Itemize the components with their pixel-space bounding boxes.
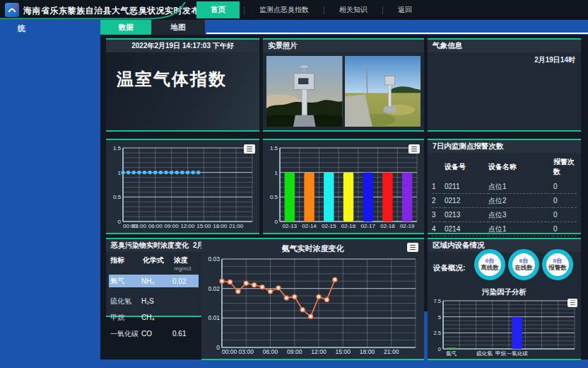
svg-text:21:00: 21:00 xyxy=(229,223,244,229)
daily-odor-panel: 02-1302-1402-1502-1602-1702-1802-1900.51… xyxy=(263,139,424,234)
svg-text:12:00: 12:00 xyxy=(180,223,195,229)
svg-text:氨气: 氨气 xyxy=(446,350,457,357)
svg-text:21:00: 21:00 xyxy=(384,348,399,355)
nh3-chart: 00:0003:0006:0009:0012:0015:0018:0021:00… xyxy=(203,255,423,360)
alarm-count-badge: 0台 报警数 xyxy=(542,249,573,280)
pollutant-row[interactable]: 硫化氢H₂S xyxy=(109,295,199,307)
svg-text:1.5: 1.5 xyxy=(270,145,278,151)
svg-text:15:00: 15:00 xyxy=(336,348,351,355)
site-photo-dusk xyxy=(266,56,343,127)
pollutant-table-body: 氨气NH₃0.02硫化氢H₂S甲烷CH₄一氧化碳CO0.61 xyxy=(106,275,201,340)
online-label: 在线数 xyxy=(514,265,533,271)
alarm-panel: 7日内监测点报警次数 设备号 设备名称 报警次数 10211点位1020212点… xyxy=(428,139,581,234)
factor-chart-title: 污染因子分析 xyxy=(428,287,581,297)
offline-label: 离线数 xyxy=(481,265,499,271)
pollutant-title: 恶臭污染物实时浓度变化 xyxy=(111,241,189,251)
svg-text:00:00: 00:00 xyxy=(222,348,237,355)
devices-panel: 区域内设备情况 设备概况: 0台 离线数 6台 在线数 0台 报警数 污染因子分… xyxy=(428,238,581,360)
svg-text:02-17: 02-17 xyxy=(360,223,375,229)
photos-title: 实景照片 xyxy=(268,41,298,51)
svg-text:09:00: 09:00 xyxy=(165,223,180,229)
pollutant-row[interactable]: 氨气NH₃0.02 xyxy=(109,275,199,287)
pollutant-header-row: 指标 化学式 浓度 mg/m3 xyxy=(110,255,197,272)
svg-text:2.5: 2.5 xyxy=(434,330,441,336)
pollutant-row[interactable]: 甲烷CH₄ xyxy=(109,311,199,323)
svg-text:18:00: 18:00 xyxy=(213,223,228,229)
factor-chart: 氨气硫化氢甲烷一氧化碳02.557.5 xyxy=(430,299,577,360)
svg-text:5: 5 xyxy=(438,314,441,321)
svg-text:03:00: 03:00 xyxy=(132,223,147,229)
sidebar: 统 xyxy=(0,20,100,368)
svg-text:02-19: 02-19 xyxy=(400,223,415,229)
alarm-title: 7日内监测点报警次数 xyxy=(433,142,503,151)
gas-index-panel: 00:0003:0006:0009:0012:0015:0018:0021:00… xyxy=(106,139,259,234)
svg-text:09:00: 09:00 xyxy=(287,348,302,355)
photos-panel: 实景照片 xyxy=(263,38,424,132)
chart-menu-icon[interactable]: ☰ xyxy=(407,243,418,252)
alarm-col-device: 设备号 xyxy=(445,156,488,180)
weather-time: 2月19日14时 xyxy=(534,55,575,65)
pollutant-unit: mg/m3 xyxy=(174,265,191,272)
svg-text:0.02: 0.02 xyxy=(208,285,220,292)
weather-panel: 气象信息 2月19日14时 xyxy=(428,38,581,132)
alarm-col-count: 报警次数 xyxy=(553,156,577,180)
svg-text:1.5: 1.5 xyxy=(113,145,122,151)
nav-knowledge[interactable]: 相关知识 xyxy=(324,5,382,15)
svg-text:0.5: 0.5 xyxy=(113,194,122,200)
svg-text:15:00: 15:00 xyxy=(196,223,211,229)
online-count-badge: 6台 在线数 xyxy=(508,249,539,280)
weather-title: 气象信息 xyxy=(433,41,462,51)
svg-text:甲烷: 甲烷 xyxy=(495,350,507,357)
table-row: 30213点位30 xyxy=(432,208,577,222)
table-row: 10211点位10 xyxy=(432,180,577,194)
tab-band: 数据 地图 xyxy=(100,20,588,35)
top-nav: 海南省乐东黎族自治县大气恶臭状况实时发布系 首页 监测点恶臭指数 相关知识 返回 xyxy=(0,0,588,20)
nav-home[interactable]: 首页 xyxy=(196,1,240,18)
tab-data[interactable]: 数据 xyxy=(100,20,151,35)
daily-odor-chart: 02-1302-1402-1502-1602-1702-1802-1900.51… xyxy=(264,142,423,234)
pollutant-col-value: 浓度 xyxy=(174,255,191,265)
alarm-col-name: 设备名称 xyxy=(488,156,553,180)
svg-text:0.03: 0.03 xyxy=(208,255,220,263)
svg-text:0: 0 xyxy=(438,346,441,352)
gas-index-chart: 00:0003:0006:0009:0012:0015:0018:0021:00… xyxy=(107,142,258,234)
chart-menu-icon[interactable]: ☰ xyxy=(408,144,420,154)
tab-map[interactable]: 地图 xyxy=(151,20,205,35)
svg-text:06:00: 06:00 xyxy=(263,348,278,355)
svg-text:0.01: 0.01 xyxy=(208,314,220,321)
svg-text:7.5: 7.5 xyxy=(434,299,441,304)
table-row: 40214点位10 xyxy=(432,222,577,236)
svg-text:0: 0 xyxy=(118,219,122,225)
nav-odor-index[interactable]: 监测点恶臭指数 xyxy=(245,5,324,15)
greenhouse-body: 温室气体指数 xyxy=(106,52,259,130)
datetime-label: 2022年2月19日 14:17:03 下午好 xyxy=(106,40,259,52)
sidebar-item-system[interactable]: 统 xyxy=(18,23,25,34)
table-row: 20212点位20 xyxy=(432,194,577,208)
dashboard: 海南省乐东黎族自治县大气恶臭状况实时发布系 首页 监测点恶臭指数 相关知识 返回… xyxy=(0,0,588,368)
greenhouse-title: 温室气体指数 xyxy=(117,68,227,91)
nh3-chart-title: 氨气实时浓度变化 xyxy=(201,243,424,254)
svg-text:1: 1 xyxy=(275,170,278,176)
offline-count-badge: 0台 离线数 xyxy=(474,249,505,280)
svg-text:一氧化碳: 一氧化碳 xyxy=(507,350,529,357)
chart-menu-icon[interactable]: ☰ xyxy=(244,144,255,154)
svg-text:02-15: 02-15 xyxy=(322,223,336,229)
svg-text:02-13: 02-13 xyxy=(283,223,298,229)
pollutant-panel: 恶臭污染物实时浓度变化 2月19日14时 指标 化学式 浓度 mg/m3 氨气N… xyxy=(106,238,201,317)
tab-underline xyxy=(206,33,588,34)
svg-text:0: 0 xyxy=(216,344,220,351)
pollutant-row[interactable]: 一氧化碳CO0.61 xyxy=(109,328,199,340)
svg-text:06:00: 06:00 xyxy=(148,223,163,229)
nav-back[interactable]: 返回 xyxy=(383,5,427,15)
devices-title: 区域内设备情况 xyxy=(433,241,485,251)
svg-text:02-18: 02-18 xyxy=(380,223,395,229)
greenhouse-panel: 2022年2月19日 14:17:03 下午好 温室气体指数 xyxy=(106,38,259,132)
app-title: 海南省乐东黎族自治县大气恶臭状况实时发布系 xyxy=(23,5,209,17)
nav-menu: 首页 监测点恶臭指数 相关知识 返回 xyxy=(196,0,427,20)
main-content: 2022年2月19日 14:17:03 下午好 温室气体指数 实景照片 xyxy=(100,35,588,360)
pollutant-col-name: 指标 xyxy=(110,255,143,272)
app-logo-icon xyxy=(5,3,19,17)
alarm-label: 报警数 xyxy=(548,265,567,271)
svg-text:03:00: 03:00 xyxy=(239,348,254,355)
photos-body xyxy=(263,52,424,130)
